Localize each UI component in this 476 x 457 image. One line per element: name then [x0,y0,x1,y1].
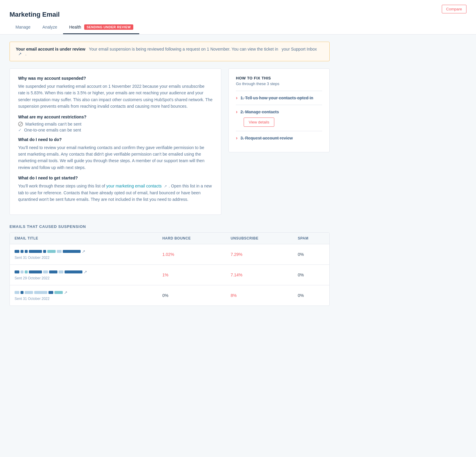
email-contacts-link[interactable]: your marketing email contacts ↗ [106,184,169,188]
unsubscribe-3: 8% [226,285,293,306]
external-link-icon: ↗ [18,51,22,55]
bar [21,291,24,294]
bar [29,250,42,253]
emails-table-container: EMAIL TITLE HARD BOUNCE UNSUBSCRIBE SPAM [10,232,330,306]
sidebar-subtitle: Go through these 3 steps [236,82,322,86]
unsubscribe-2: 7.14% [226,265,293,285]
external-link-icon-3: ↗ [82,249,85,254]
tabs-nav: Manage Analyze Health SENDING UNDER REVI… [10,21,466,34]
check-icon: ✓ [18,128,22,132]
step-2-label: 2. Manage contacts [240,109,279,114]
section-heading-1: Why was my account suspended? [18,76,213,81]
emails-section-title: EMAILS THAT CAUSED SUSPENSION [10,224,330,229]
tab-health[interactable]: Health SENDING UNDER REVIEW [63,21,139,34]
bar [15,291,19,294]
col-spam: SPAM [293,233,329,244]
table-header-row: EMAIL TITLE HARD BOUNCE UNSUBSCRIBE SPAM [10,233,329,244]
bar [47,250,56,253]
section-body-4: You'll work through these steps using th… [18,183,213,203]
col-unsubscribe: UNSUBSCRIBE [226,233,293,244]
step-2-chevron: › [236,109,237,115]
main-content-card: Why was my account suspended? We suspend… [10,68,221,215]
page-title: Marketing Email [10,5,466,18]
tab-manage[interactable]: Manage [10,21,37,34]
section-heading-3: What do I need to do? [18,137,213,142]
view-details-button[interactable]: View details [244,118,274,127]
restriction-text-2: One-to-one emails can be sent [24,128,81,132]
table-row: ↗ Sent 29 October 2022 1% 7.14% 0% [10,265,329,285]
compare-button[interactable]: Compare [442,5,466,13]
hard-bounce-3: 0% [158,285,226,306]
tab-analyze[interactable]: Analyze [37,21,63,34]
bar [57,250,62,253]
step-1-chevron: › [236,95,237,101]
step-1-label: 1. Tell us how your contacts opted in [240,96,313,100]
bar [15,270,19,273]
bar [25,270,28,273]
bar [25,291,33,294]
spam-3: 0% [293,285,329,306]
external-link-icon-5: ↗ [64,290,68,295]
sent-date-2: Sent 29 October 2022 [15,276,153,280]
bar [21,250,24,253]
bar [49,270,57,273]
sent-date-3: Sent 31 October 2022 [15,297,153,301]
bar [54,291,63,294]
spam-2: 0% [293,265,329,285]
section-body-1: We suspended your marketing email accoun… [18,83,213,110]
bar [48,291,53,294]
section-body-3: You'll need to review your email marketi… [18,144,213,171]
step-3: › 3. Request account review [236,131,322,145]
step-2: › 2. Manage contacts View details [236,105,322,131]
main-layout: Why was my account suspended? We suspend… [10,68,330,215]
restriction-text-1: Marketing emails can't be sent [25,122,82,126]
external-link-icon-2: ↗ [164,184,167,187]
spam-1: 0% [293,244,329,265]
email-title-cell-3: ↗ Sent 31 October 2022 [10,285,158,306]
emails-table: EMAIL TITLE HARD BOUNCE UNSUBSCRIBE SPAM [10,233,329,306]
bar [43,270,48,273]
hard-bounce-2: 1% [158,265,226,285]
step-2-header[interactable]: › 2. Manage contacts [236,109,322,115]
alert-text: Your email suspension is being reviewed … [89,47,278,51]
email-title-bars-1: ↗ [15,249,153,254]
email-title-cell-1: ↗ Sent 31 October 2022 [10,244,158,265]
bar [29,270,42,273]
sidebar-heading: HOW TO FIX THIS [236,76,322,80]
restriction-item-2: ✓ One-to-one emails can be sent [18,128,213,132]
alert-suffix: . [25,51,26,56]
section-heading-4: What do I need to get started? [18,176,213,180]
step-3-chevron: › [236,135,237,141]
restriction-item-1: Marketing emails can't be sent [18,122,213,126]
table-row: ↗ Sent 31 October 2022 0% 8% 0% [10,285,329,306]
col-email-title: EMAIL TITLE [10,233,158,244]
alert-banner: Your email account is under review Your … [10,42,330,61]
unsubscribe-1: 7.29% [226,244,293,265]
step-1: › 1. Tell us how your contacts opted in [236,91,322,105]
col-hard-bounce: HARD BOUNCE [158,233,226,244]
sent-date-1: Sent 31 October 2022 [15,256,153,260]
bar [21,270,24,273]
step-3-label: 3. Request account review [240,136,293,140]
alert-bold: Your email account is under review [16,47,85,51]
hard-bounce-1: 1.02% [158,244,226,265]
table-row: ↗ Sent 31 October 2022 1.02% 7.29% 0% [10,244,329,265]
sending-under-review-badge: SENDING UNDER REVIEW [84,24,133,30]
bar [25,250,28,253]
step-3-header[interactable]: › 3. Request account review [236,135,322,141]
external-link-icon-4: ↗ [84,270,87,274]
email-title-cell-2: ↗ Sent 29 October 2022 [10,265,158,285]
bar [65,270,82,273]
step-1-header[interactable]: › 1. Tell us how your contacts opted in [236,95,322,101]
bar [63,250,81,253]
bar [59,270,63,273]
bar [43,250,46,253]
bar [15,250,19,253]
ban-icon [18,122,23,126]
how-to-fix-sidebar: HOW TO FIX THIS Go through these 3 steps… [228,68,330,152]
email-title-bars-3: ↗ [15,290,153,295]
email-title-bars-2: ↗ [15,270,153,274]
bar [34,291,47,294]
section-heading-2: What are my account restrictions? [18,115,213,119]
